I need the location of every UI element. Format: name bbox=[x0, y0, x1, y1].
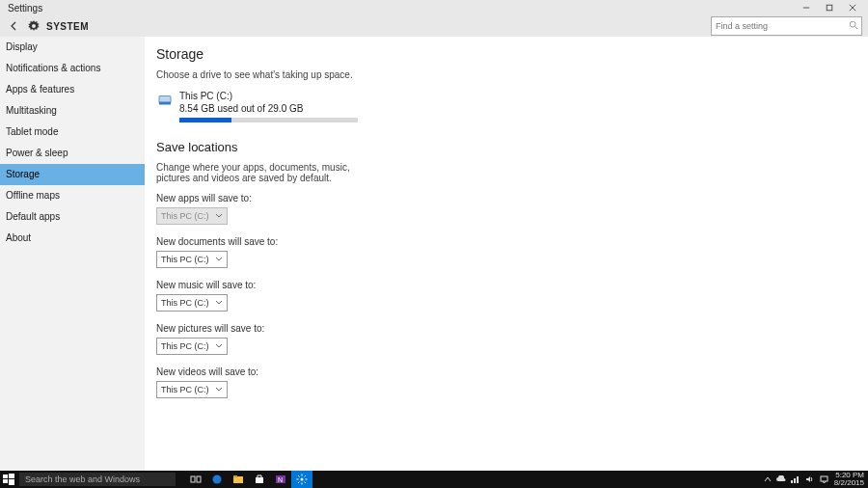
svg-line-28 bbox=[305, 475, 307, 477]
svg-rect-32 bbox=[821, 476, 827, 481]
sidebar-item-multitasking[interactable]: Multitasking bbox=[0, 100, 145, 122]
svg-rect-11 bbox=[9, 479, 14, 485]
svg-rect-9 bbox=[9, 474, 14, 478]
store-icon[interactable] bbox=[249, 471, 270, 488]
drive-row[interactable]: This PC (C:) 8.54 GB used out of 29.0 GB bbox=[156, 90, 868, 122]
search-input[interactable] bbox=[711, 16, 862, 36]
page-heading: Storage bbox=[156, 46, 868, 62]
sidebar-item-default-apps[interactable]: Default apps bbox=[0, 206, 145, 228]
svg-line-27 bbox=[298, 482, 300, 484]
svg-rect-8 bbox=[3, 474, 8, 478]
network-icon[interactable] bbox=[791, 475, 800, 483]
chevron-down-icon bbox=[215, 257, 223, 262]
save-label: New music will save to: bbox=[156, 280, 868, 290]
svg-rect-16 bbox=[233, 475, 237, 477]
titlebar: Settings bbox=[0, 0, 868, 15]
minimize-icon[interactable] bbox=[795, 0, 818, 15]
save-label: New pictures will save to: bbox=[156, 323, 868, 334]
save-dropdown[interactable]: This PC (C:) bbox=[156, 294, 228, 312]
svg-rect-31 bbox=[797, 476, 799, 483]
svg-point-20 bbox=[301, 478, 304, 481]
chevron-down-icon bbox=[215, 300, 223, 306]
back-icon[interactable] bbox=[6, 17, 23, 35]
save-label: New apps will save to: bbox=[156, 193, 868, 203]
volume-icon[interactable] bbox=[805, 475, 815, 483]
sidebar: DisplayNotifications & actionsApps & fea… bbox=[0, 37, 145, 471]
tray-date[interactable]: 8/2/2015 bbox=[834, 479, 864, 487]
chevron-down-icon bbox=[215, 387, 223, 393]
sidebar-item-offline-maps[interactable]: Offline maps bbox=[0, 185, 145, 206]
save-label: New videos will save to: bbox=[156, 366, 868, 377]
svg-rect-13 bbox=[197, 476, 201, 482]
drive-progress bbox=[179, 118, 358, 122]
svg-rect-7 bbox=[159, 102, 171, 105]
chevron-down-icon bbox=[215, 343, 223, 349]
window-title: Settings bbox=[8, 3, 42, 14]
category-title: SYSTEM bbox=[46, 21, 89, 32]
svg-point-4 bbox=[850, 21, 855, 27]
sidebar-item-about[interactable]: About bbox=[0, 228, 145, 249]
svg-line-5 bbox=[855, 27, 858, 30]
svg-line-26 bbox=[305, 482, 307, 484]
taskbar: Search the web and Windows N 5:20 PM 8/2… bbox=[0, 471, 868, 488]
maximize-icon[interactable] bbox=[818, 0, 841, 15]
content: Storage Choose a drive to see what's tak… bbox=[145, 37, 868, 471]
sidebar-item-tablet-mode[interactable]: Tablet mode bbox=[0, 122, 145, 143]
svg-rect-15 bbox=[233, 476, 243, 483]
close-icon[interactable] bbox=[841, 0, 864, 15]
chevron-down-icon bbox=[215, 213, 223, 219]
taskview-icon[interactable] bbox=[185, 471, 206, 488]
save-desc: Change where your apps, documents, music… bbox=[156, 162, 359, 183]
save-label: New documents will save to: bbox=[156, 236, 868, 247]
svg-rect-1 bbox=[827, 5, 832, 11]
onenote-icon[interactable]: N bbox=[270, 471, 291, 488]
svg-text:N: N bbox=[278, 476, 283, 483]
settings-icon[interactable] bbox=[291, 471, 312, 488]
save-dropdown[interactable]: This PC (C:) bbox=[156, 251, 228, 268]
sidebar-item-apps-features[interactable]: Apps & features bbox=[0, 79, 145, 100]
save-dropdown[interactable]: This PC (C:) bbox=[156, 381, 228, 398]
svg-rect-30 bbox=[794, 478, 796, 483]
sidebar-item-notifications-actions[interactable]: Notifications & actions bbox=[0, 58, 145, 79]
sidebar-item-storage[interactable]: Storage bbox=[0, 164, 145, 185]
tray-up-icon[interactable] bbox=[764, 475, 772, 483]
explorer-icon[interactable] bbox=[228, 471, 249, 488]
drive-usage: 8.54 GB used out of 29.0 GB bbox=[179, 102, 358, 115]
notifications-icon[interactable] bbox=[820, 475, 828, 484]
sidebar-item-power-sleep[interactable]: Power & sleep bbox=[0, 143, 145, 164]
svg-rect-29 bbox=[791, 480, 793, 483]
header: SYSTEM bbox=[0, 15, 868, 37]
drive-icon bbox=[156, 92, 174, 109]
save-dropdown[interactable]: This PC (C:) bbox=[156, 338, 228, 355]
search-icon bbox=[849, 20, 858, 30]
svg-point-14 bbox=[213, 475, 222, 484]
taskbar-search[interactable]: Search the web and Windows bbox=[19, 473, 176, 486]
svg-rect-12 bbox=[191, 476, 195, 482]
sidebar-item-display[interactable]: Display bbox=[0, 37, 145, 58]
edge-icon[interactable] bbox=[206, 471, 228, 488]
save-dropdown: This PC (C:) bbox=[156, 207, 228, 225]
storage-desc: Choose a drive to see what's taking up s… bbox=[156, 69, 868, 80]
start-icon[interactable] bbox=[0, 471, 17, 488]
svg-rect-10 bbox=[3, 479, 8, 483]
save-heading: Save locations bbox=[156, 140, 868, 154]
drive-name: This PC (C:) bbox=[179, 90, 358, 102]
svg-line-25 bbox=[298, 475, 300, 477]
svg-rect-17 bbox=[256, 477, 263, 483]
onedrive-icon[interactable] bbox=[776, 475, 786, 483]
gear-icon bbox=[27, 19, 41, 33]
